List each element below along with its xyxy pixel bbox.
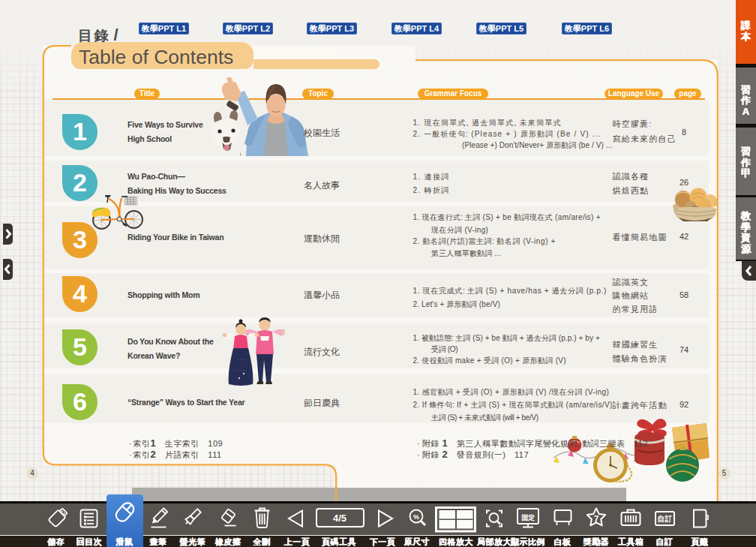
- svg-text:固定: 固定: [521, 514, 535, 521]
- svg-text:自訂: 自訂: [658, 515, 673, 523]
- svg-text:%: %: [413, 513, 419, 521]
- svg-text:7: 7: [594, 514, 599, 524]
- svg-text:4/5: 4/5: [333, 512, 346, 524]
